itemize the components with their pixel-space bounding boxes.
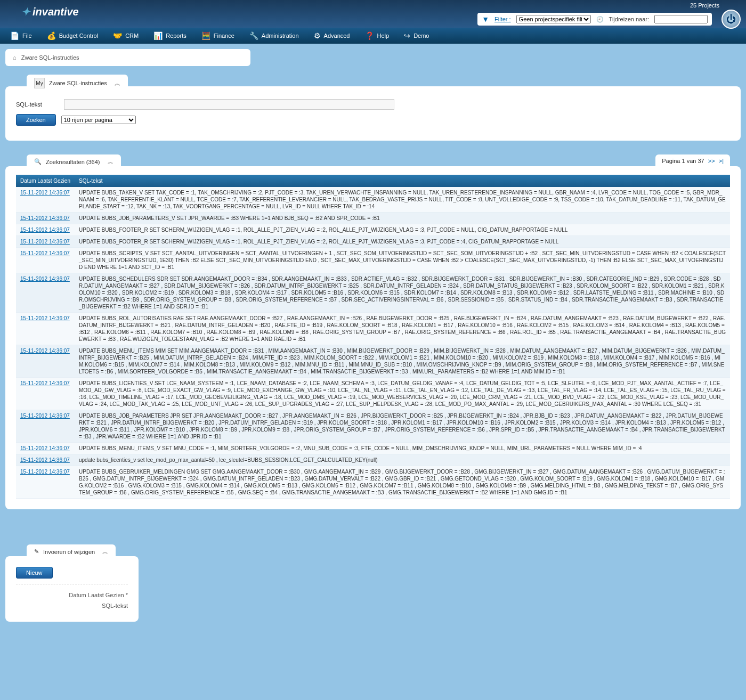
- menu-label: Budget Control: [59, 32, 98, 39]
- menu-label: Help: [377, 32, 390, 39]
- menu-label: Reports: [166, 32, 186, 39]
- table-row: 15-11-2012 14:36:07UPDATE BUBS_ROL_AUTOR…: [16, 313, 730, 345]
- edit-panel-title: Invoeren of wijzigen: [43, 549, 95, 555]
- search-icon: 🔍: [34, 158, 42, 165]
- row-date-link[interactable]: 15-11-2012 14:36:07: [16, 273, 75, 313]
- power-button[interactable]: ⏻: [721, 10, 741, 29]
- menu-item-crm[interactable]: 🤝CRM: [106, 28, 146, 44]
- results-panel-title: Zoekresultaten (364): [46, 159, 100, 165]
- main-menu: 📄File💰Budget Control🤝CRM📊Reports🧮Finance…: [0, 28, 746, 44]
- menu-label: Advanced: [324, 32, 350, 39]
- row-date-link[interactable]: 15-11-2012 14:36:07: [16, 313, 75, 345]
- advanced-icon: ⚙: [314, 31, 321, 40]
- menu-item-file[interactable]: 📄File: [3, 28, 39, 44]
- time-travel-input[interactable]: [654, 15, 708, 23]
- menu-item-reports[interactable]: 📊Reports: [146, 28, 194, 44]
- menu-item-help[interactable]: ❓Help: [358, 28, 397, 44]
- row-date-link[interactable]: 15-11-2012 14:36:07: [16, 454, 75, 466]
- table-row: 15-11-2012 14:36:07UPDATE BUBS_GEBRUIKER…: [16, 466, 730, 499]
- row-date-link[interactable]: 15-11-2012 14:36:07: [16, 443, 75, 454]
- row-sql-text: UPDATE BUBS_JOB_PARAMETERS JPR SET JPR.A…: [75, 410, 730, 443]
- menu-item-advanced[interactable]: ⚙Advanced: [306, 28, 358, 44]
- clock-icon: 🕘: [596, 16, 604, 23]
- table-row: 15-11-2012 14:36:07UPDATE BUBS_SCRIPTS_V…: [16, 248, 730, 273]
- filter-link[interactable]: Filter :: [494, 16, 511, 22]
- table-row: 15-11-2012 14:36:07UPDATE BUBS_FOOTER_R …: [16, 224, 730, 236]
- menu-item-budget-control[interactable]: 💰Budget Control: [39, 28, 106, 44]
- table-row: 15-11-2012 14:36:07UPDATE BUBS_JOB_PARAM…: [16, 213, 730, 224]
- pager-last[interactable]: >|: [719, 158, 724, 164]
- edit-panel-tab: ✎ Invoeren of wijzigen ︽: [27, 544, 116, 559]
- administration-icon: 🔧: [249, 31, 258, 40]
- sql-text-label: SQL-tekst: [16, 101, 59, 108]
- sql-text-input[interactable]: [64, 99, 394, 110]
- table-row: 15-11-2012 14:36:07UPDATE BUBS_SCHEDULER…: [16, 273, 730, 313]
- file-icon: 📄: [10, 31, 19, 40]
- funnel-icon: ▼: [482, 15, 489, 23]
- demo-icon: ↪: [404, 31, 410, 40]
- row-sql-text: UPDATE BUBS_SCHEDULERS SDR SET SDR.AANGE…: [75, 273, 730, 313]
- search-button[interactable]: Zoeken: [16, 114, 56, 126]
- help-icon: ❓: [365, 31, 374, 40]
- results-table: Datum Laatst Gezien SQL-tekst 15-11-2012…: [16, 175, 730, 499]
- mysql-icon: My: [34, 78, 45, 88]
- projects-count: 25 Projects: [669, 1, 741, 10]
- pager-next[interactable]: >>: [708, 158, 715, 164]
- breadcrumb: ⌂ Zware SQL-instructies: [5, 49, 250, 66]
- row-sql-text: UPDATE BUBS_ROL_AUTORISATIES RAE SET RAE…: [75, 313, 730, 345]
- menu-label: Finance: [214, 32, 234, 39]
- col-sql-header[interactable]: SQL-tekst: [75, 175, 730, 187]
- home-icon[interactable]: ⌂: [13, 54, 17, 61]
- search-panel: My Zware SQL-instructies ︽ SQL-tekst Zoe…: [5, 86, 741, 141]
- menu-label: CRM: [125, 32, 139, 39]
- new-button[interactable]: Nieuw: [16, 567, 53, 579]
- pencil-icon: ✎: [34, 548, 39, 555]
- filter-bar: ▼ Filter : Geen projectspecifiek filter …: [477, 13, 712, 26]
- menu-label: Administration: [262, 32, 299, 39]
- table-row: 15-11-2012 14:36:07UPDATE BUBS_MENU_ITEM…: [16, 443, 730, 454]
- menu-item-demo[interactable]: ↪Demo: [396, 28, 436, 44]
- row-sql-text: UPDATE BUBS_FOOTER_R SET SCHERM_WIJZIGEN…: [75, 236, 730, 248]
- row-sql-text: update bubs_licenties_v set lce_mod_po_m…: [75, 454, 730, 466]
- col-date-header[interactable]: Datum Laatst Gezien: [16, 175, 75, 187]
- row-date-link[interactable]: 15-11-2012 14:36:07: [16, 187, 75, 213]
- edit-panel: ✎ Invoeren of wijzigen ︽ Nieuw Datum Laa…: [5, 556, 139, 622]
- logo: invantive: [21, 5, 79, 18]
- breadcrumb-title: Zware SQL-instructies: [21, 54, 79, 61]
- table-row: 15-11-2012 14:36:07update bubs_licenties…: [16, 454, 730, 466]
- row-date-link[interactable]: 15-11-2012 14:36:07: [16, 248, 75, 273]
- row-date-link[interactable]: 15-11-2012 14:36:07: [16, 466, 75, 499]
- table-row: 15-11-2012 14:36:07UPDATE BUBS_LICENTIES…: [16, 378, 730, 410]
- collapse-icon[interactable]: ︽: [102, 548, 108, 556]
- table-row: 15-11-2012 14:36:07UPDATE BUBS_TAKEN_V S…: [16, 187, 730, 213]
- project-filter-select[interactable]: Geen projectspecifiek filter: [516, 15, 591, 23]
- row-sql-text: UPDATE BUBS_LICENTIES_V SET LCE_NAAM_SYS…: [75, 378, 730, 410]
- row-date-link[interactable]: 15-11-2012 14:36:07: [16, 345, 75, 378]
- row-date-link[interactable]: 15-11-2012 14:36:07: [16, 378, 75, 410]
- row-sql-text: UPDATE BUBS_GEBRUIKER_MELDINGEN GMG SET …: [75, 466, 730, 499]
- collapse-icon[interactable]: ︽: [115, 79, 120, 87]
- rows-per-page-select[interactable]: 10 rijen per pagina: [61, 116, 136, 124]
- row-sql-text: UPDATE BUBS_TAKEN_V SET TAK_CODE = :1, T…: [75, 187, 730, 213]
- row-date-link[interactable]: 15-11-2012 14:36:07: [16, 236, 75, 248]
- results-panel: 🔍 Zoekresultaten (364) ︽ Pagina 1 van 37…: [5, 166, 741, 509]
- row-sql-text: UPDATE BUBS_FOOTER_R SET SCHERM_WIJZIGEN…: [75, 224, 730, 236]
- menu-item-administration[interactable]: 🔧Administration: [242, 28, 306, 44]
- edit-field-date: Datum Laatst Gezien *: [16, 590, 128, 600]
- crm-icon: 🤝: [113, 31, 122, 40]
- search-panel-tab: My Zware SQL-instructies ︽: [27, 75, 128, 92]
- row-date-link[interactable]: 15-11-2012 14:36:07: [16, 410, 75, 443]
- row-sql-text: UPDATE BUBS_MENU_ITEMS MIM SET MIM.AANGE…: [75, 345, 730, 378]
- collapse-icon[interactable]: ︽: [108, 158, 113, 166]
- menu-label: Demo: [413, 32, 429, 39]
- menu-item-finance[interactable]: 🧮Finance: [194, 28, 242, 44]
- edit-field-sql: SQL-tekst: [16, 600, 128, 611]
- table-row: 15-11-2012 14:36:07UPDATE BUBS_JOB_PARAM…: [16, 410, 730, 443]
- row-date-link[interactable]: 15-11-2012 14:36:07: [16, 224, 75, 236]
- top-bar: invantive 25 Projects ▼ Filter : Geen pr…: [0, 0, 746, 28]
- row-sql-text: UPDATE BUBS_JOB_PARAMETERS_V SET JPR_WAA…: [75, 213, 730, 224]
- finance-icon: 🧮: [201, 31, 210, 40]
- pager: Pagina 1 van 37 >> >|: [655, 154, 730, 167]
- table-row: 15-11-2012 14:36:07UPDATE BUBS_MENU_ITEM…: [16, 345, 730, 378]
- row-date-link[interactable]: 15-11-2012 14:36:07: [16, 213, 75, 224]
